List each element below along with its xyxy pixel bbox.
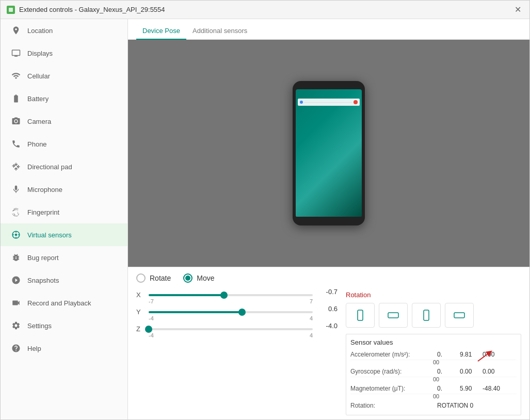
mic-icon-small [354,100,358,104]
sidebar-label-fingerprint: Fingerprint [27,208,59,216]
settings-icon [11,320,21,331]
sidebar-item-settings[interactable]: Settings [1,314,127,337]
acc-v2: 9.81 [460,351,480,358]
move-radio[interactable] [183,273,192,283]
y-slider-track[interactable] [149,311,313,313]
help-icon [11,343,21,353]
rotate-move-controls: Rotate Move [136,273,521,283]
tabs-bar: Device Pose Additional sensors [128,19,529,40]
mag-v2: 5.90 [460,385,480,392]
rotation-landscape-right-button[interactable] [445,303,474,328]
svg-rect-3 [388,313,398,318]
displays-icon [11,48,21,58]
z-slider-thumb[interactable] [145,326,152,333]
sidebar-label-location: Location [27,27,53,35]
titlebar-left: Extended controls - Galaxy_Nexus_API_29:… [7,6,165,14]
sidebar-item-camera[interactable]: Camera [1,110,127,133]
sidebar-item-battery[interactable]: Battery [1,87,127,110]
mag-v4: 00 [350,393,517,399]
phone-visualization-area [128,40,529,267]
app-icon [7,6,15,14]
svg-rect-2 [358,310,363,320]
x-slider-track[interactable] [149,294,313,296]
sliders-rotation-area: X -7 7 -0.7 [136,291,521,415]
y-slider-container: -4 4 [149,311,313,313]
gyroscope-row: Gyroscope (rad/s): 0. 0.00 0.00 [350,366,517,377]
sidebar-label-snapshots: Snapshots [27,277,59,284]
close-button[interactable]: ✕ [512,4,523,16]
rotation-portrait-button[interactable] [346,303,375,328]
z-axis-label: Z [136,325,144,333]
rotation-section: Rotation [346,291,521,415]
sidebar-label-cellular: Cellular [27,72,50,80]
z-slider-track[interactable] [149,328,313,330]
phone-screen [296,89,362,217]
svg-rect-0 [9,8,13,12]
sidebar-item-cellular[interactable]: Cellular [1,64,127,87]
mag-v3: -48.40 [483,385,503,392]
move-label: Move [197,274,214,282]
camera-icon [11,116,21,126]
sidebar-item-bug-report[interactable]: Bug report [1,246,127,269]
sidebar-label-phone: Phone [27,140,47,148]
sidebar-item-location[interactable]: Location [1,19,127,42]
sidebar-item-help[interactable]: Help [1,337,127,360]
mag-v1: 0. [437,385,458,392]
extended-controls-window: Extended controls - Galaxy_Nexus_API_29:… [0,0,530,420]
gyro-v1: 0. [437,368,458,375]
sidebar-item-snapshots[interactable]: Snapshots [1,269,127,292]
rotation-label: Rotation: [350,402,433,409]
location-icon [11,25,21,36]
y-slider-row: Y -4 4 0.6 [136,308,338,316]
y-min-label: -4 [149,315,154,321]
sidebar-item-displays[interactable]: Displays [1,42,127,64]
titlebar: Extended controls - Galaxy_Nexus_API_29:… [1,1,529,19]
rotation-landscape-left-button[interactable] [379,303,408,328]
sidebar-label-camera: Camera [27,118,51,125]
sidebar: Location Displays Cellular [1,19,128,419]
sidebar-item-phone[interactable]: Phone [1,133,127,155]
x-slider-row: X -7 7 -0.7 [136,291,338,299]
sidebar-label-displays: Displays [27,50,53,57]
battery-icon [11,93,21,104]
phone-wallpaper [296,89,362,217]
controls-area: Rotate Move X [128,267,529,419]
svg-rect-5 [454,313,464,318]
google-logo-dot [300,101,303,104]
x-slider-value: -0.7 [317,288,338,296]
sidebar-label-virtual-sensors: Virtual sensors [27,231,72,239]
y-slider-thumb[interactable] [238,309,246,316]
sidebar-item-directional-pad[interactable]: Directional pad [1,155,127,178]
sidebar-label-battery: Battery [27,95,49,103]
tab-additional-sensors[interactable]: Additional sensors [186,23,253,40]
y-slider-fill [149,311,242,313]
accelerometer-values: 0. 9.81 0.00 [437,351,503,358]
cellular-icon [11,71,21,81]
z-slider-container: -4 4 [149,328,313,330]
main-panel: Device Pose Additional sensors [128,19,529,419]
y-max-label: 4 [310,315,313,321]
main-content-area: Location Displays Cellular [1,19,529,419]
sidebar-label-bug-report: Bug report [27,254,59,262]
rotate-radio[interactable] [136,273,146,283]
rotation-row: Rotation: ROTATION 0 [350,400,517,411]
gyro-v4: 00 [350,376,517,382]
sidebar-label-settings: Settings [27,322,52,330]
sidebar-item-record-playback[interactable]: Record and Playback [1,292,127,314]
gyroscope-values: 0. 0.00 0.00 [437,368,503,375]
magnetometer-label: Magnetometer (μT): [350,385,433,392]
rotation-portrait-reversed-button[interactable] [412,303,441,328]
z-slider-value: -4.0 [317,322,338,330]
sidebar-item-virtual-sensors[interactable]: Virtual sensors [1,223,127,246]
x-slider-thumb[interactable] [220,292,228,299]
magnetometer-row: Magnetometer (μT): 0. 5.90 -48.40 [350,383,517,394]
sidebar-item-fingerprint[interactable]: Fingerprint [1,201,127,223]
x-slider-fill [149,294,224,296]
tab-device-pose[interactable]: Device Pose [136,23,186,40]
sidebar-item-microphone[interactable]: Microphone [1,178,127,201]
rotate-option[interactable]: Rotate [136,273,171,283]
gyro-v3: 0.00 [483,368,503,375]
x-max-label: 7 [310,298,313,304]
move-option[interactable]: Move [183,273,214,283]
mic-icon [11,184,21,195]
